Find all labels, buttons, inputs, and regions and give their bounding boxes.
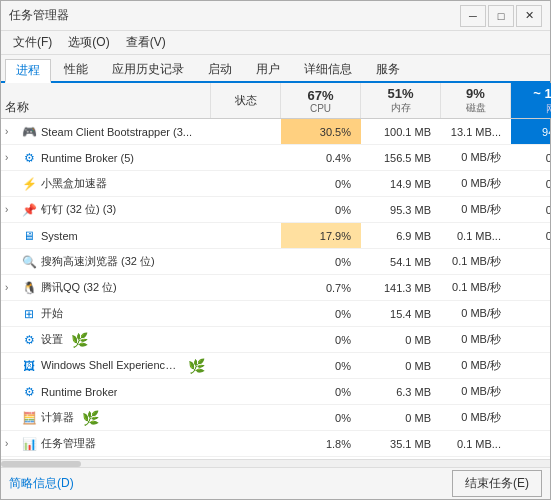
tab-services[interactable]: 服务 bbox=[365, 57, 411, 81]
process-name-cell: › 🧮 计算器 🌿 bbox=[1, 405, 211, 430]
process-net: 0 Mbps bbox=[511, 379, 550, 404]
process-mem: 35.1 MB bbox=[361, 431, 441, 456]
process-status bbox=[211, 223, 281, 248]
table-row[interactable]: › 🖼 Windows Shell Experience 主... 🌿 0% 0… bbox=[1, 353, 550, 379]
process-cpu: 0% bbox=[281, 353, 361, 378]
menu-options[interactable]: 选项(O) bbox=[60, 32, 117, 53]
process-name: Steam Client Bootstrapper (3... bbox=[41, 126, 192, 138]
leaf-status-icon: 🌿 bbox=[188, 358, 205, 374]
process-icon: ⚡ bbox=[21, 176, 37, 192]
process-icon: 🖼 bbox=[21, 358, 37, 374]
table-row[interactable]: › 🎮 Steam Client Bootstrapper (3... 30.5… bbox=[1, 119, 550, 145]
table-row[interactable]: › 🖥 System 17.9% 6.9 MB 0.1 MB... 0.1 Mb… bbox=[1, 223, 550, 249]
tab-processes[interactable]: 进程 bbox=[5, 59, 51, 83]
process-status bbox=[211, 379, 281, 404]
table-row[interactable]: › ⚙ 设置 🌿 0% 0 MB 0 MB/秒 0 Mbps bbox=[1, 327, 550, 353]
process-name-cell: › ⚡ 小黑盒加速器 bbox=[1, 171, 211, 196]
process-name-cell: › 🖥 System bbox=[1, 223, 211, 248]
tab-startup[interactable]: 启动 bbox=[197, 57, 243, 81]
table-row[interactable]: › 📌 钉钉 (32 位) (3) 0% 95.3 MB 0 MB/秒 0.1 … bbox=[1, 197, 550, 223]
process-name: Runtime Broker bbox=[41, 386, 117, 398]
tab-performance[interactable]: 性能 bbox=[53, 57, 99, 81]
process-disk: 0 MB/秒 bbox=[441, 301, 511, 326]
process-status bbox=[211, 197, 281, 222]
menu-file[interactable]: 文件(F) bbox=[5, 32, 60, 53]
process-mem: 15.4 MB bbox=[361, 301, 441, 326]
process-icon: 🐧 bbox=[21, 280, 37, 296]
header-network[interactable]: ~ 100% 网络 bbox=[511, 83, 551, 118]
header-status[interactable]: 状态 bbox=[211, 83, 281, 118]
process-name-cell: › 📊 任务管理器 bbox=[1, 431, 211, 456]
tab-app-history[interactable]: 应用历史记录 bbox=[101, 57, 195, 81]
header-name[interactable]: 名称 bbox=[1, 83, 211, 118]
tab-users[interactable]: 用户 bbox=[245, 57, 291, 81]
horizontal-scrollbar[interactable] bbox=[1, 459, 550, 467]
table-row[interactable]: › ⚡ 小黑盒加速器 0% 14.9 MB 0 MB/秒 0.1 Mbps bbox=[1, 171, 550, 197]
brief-info-link[interactable]: 简略信息(D) bbox=[9, 475, 74, 492]
process-mem: 6.9 MB bbox=[361, 223, 441, 248]
process-disk: 0 MB/秒 bbox=[441, 145, 511, 170]
chevron-icon[interactable]: › bbox=[5, 438, 15, 449]
process-disk: 0.1 MB... bbox=[441, 431, 511, 456]
chevron-icon[interactable]: › bbox=[5, 204, 15, 215]
table-row[interactable]: › 🧮 计算器 🌿 0% 0 MB 0 MB/秒 0 Mbps bbox=[1, 405, 550, 431]
process-net: 0 Mbps bbox=[511, 327, 550, 352]
process-mem: 156.5 MB bbox=[361, 145, 441, 170]
process-icon: 🎮 bbox=[21, 124, 37, 140]
maximize-button[interactable]: □ bbox=[488, 5, 514, 27]
process-name: System bbox=[41, 230, 78, 242]
task-manager-window: 任务管理器 ─ □ ✕ 文件(F) 选项(O) 查看(V) 进程 性能 应用历史… bbox=[0, 0, 551, 500]
table-row[interactable]: › 🔍 搜狗高速浏览器 (32 位) 0% 54.1 MB 0.1 MB/秒 0… bbox=[1, 249, 550, 275]
title-controls: ─ □ ✕ bbox=[460, 5, 542, 27]
table-row[interactable]: › 📊 任务管理器 1.8% 35.1 MB 0.1 MB... 0 Mbps bbox=[1, 431, 550, 457]
process-name-cell: › 🐧 腾讯QQ (32 位) bbox=[1, 275, 211, 300]
close-button[interactable]: ✕ bbox=[516, 5, 542, 27]
process-disk: 13.1 MB... bbox=[441, 119, 511, 144]
process-status bbox=[211, 171, 281, 196]
process-status bbox=[211, 327, 281, 352]
menu-view[interactable]: 查看(V) bbox=[118, 32, 174, 53]
tab-details[interactable]: 详细信息 bbox=[293, 57, 363, 81]
scrollbar-thumb[interactable] bbox=[1, 461, 81, 467]
table-row[interactable]: › ⚙ Runtime Broker 0% 6.3 MB 0 MB/秒 0 Mb… bbox=[1, 379, 550, 405]
process-disk: 0.1 MB... bbox=[441, 223, 511, 248]
process-disk: 0.1 MB/秒 bbox=[441, 275, 511, 300]
process-disk: 0.1 MB/秒 bbox=[441, 249, 511, 274]
header-cpu[interactable]: 67% CPU bbox=[281, 83, 361, 118]
process-name-cell: › ⊞ 开始 bbox=[1, 301, 211, 326]
process-cpu: 0% bbox=[281, 249, 361, 274]
chevron-icon[interactable]: › bbox=[5, 126, 15, 137]
process-name-cell: › ⚙ Runtime Broker (5) bbox=[1, 145, 211, 170]
header-memory[interactable]: 51% 内存 bbox=[361, 83, 441, 118]
process-net: 0 Mbps bbox=[511, 301, 550, 326]
process-net: 0 Mbps bbox=[511, 249, 550, 274]
process-mem: 95.3 MB bbox=[361, 197, 441, 222]
table-row[interactable]: › 🐧 腾讯QQ (32 位) 0.7% 141.3 MB 0.1 MB/秒 0… bbox=[1, 275, 550, 301]
process-net: 0 Mbps bbox=[511, 353, 550, 378]
process-mem: 0 MB bbox=[361, 405, 441, 430]
tab-bar: 进程 性能 应用历史记录 启动 用户 详细信息 服务 bbox=[1, 55, 550, 83]
process-disk: 0 MB/秒 bbox=[441, 353, 511, 378]
process-cpu: 17.9% bbox=[281, 223, 361, 248]
process-cpu: 0% bbox=[281, 301, 361, 326]
process-name: 小黑盒加速器 bbox=[41, 176, 107, 191]
process-disk: 0 MB/秒 bbox=[441, 171, 511, 196]
process-name: Windows Shell Experience 主... bbox=[41, 358, 180, 373]
process-status bbox=[211, 119, 281, 144]
table-row[interactable]: › ⚙ Runtime Broker (5) 0.4% 156.5 MB 0 M… bbox=[1, 145, 550, 171]
process-name: Runtime Broker (5) bbox=[41, 152, 134, 164]
footer: 简略信息(D) 结束任务(E) bbox=[1, 467, 550, 499]
end-task-button[interactable]: 结束任务(E) bbox=[452, 470, 542, 497]
process-cpu: 0.4% bbox=[281, 145, 361, 170]
process-net: 94.9 Mb... bbox=[511, 119, 550, 144]
process-name-cell: › 🎮 Steam Client Bootstrapper (3... bbox=[1, 119, 211, 144]
table-row[interactable]: › ⊞ 开始 0% 15.4 MB 0 MB/秒 0 Mbps bbox=[1, 301, 550, 327]
chevron-icon[interactable]: › bbox=[5, 152, 15, 163]
header-disk[interactable]: 9% 磁盘 bbox=[441, 83, 511, 118]
column-headers: 名称 状态 67% CPU 51% 内存 9% 磁盘 ~ 100% 网络 bbox=[1, 83, 550, 119]
process-status bbox=[211, 249, 281, 274]
process-icon: ⚙ bbox=[21, 384, 37, 400]
chevron-icon[interactable]: › bbox=[5, 282, 15, 293]
process-cpu: 0.7% bbox=[281, 275, 361, 300]
minimize-button[interactable]: ─ bbox=[460, 5, 486, 27]
